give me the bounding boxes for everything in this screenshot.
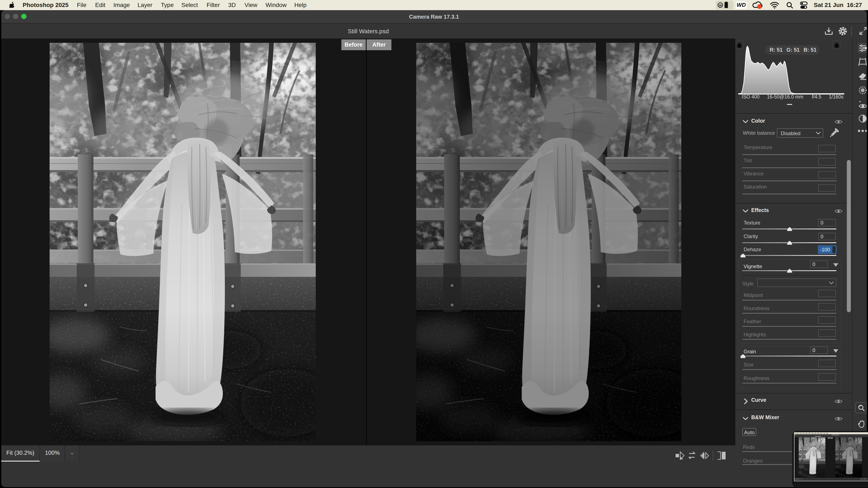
svg-text:w: w [719,3,722,7]
